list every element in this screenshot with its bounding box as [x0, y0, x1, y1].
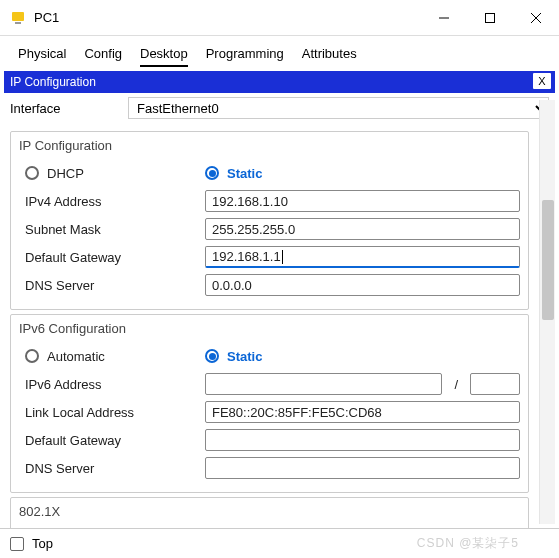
close-button[interactable] [513, 0, 559, 35]
ipv4-address-input[interactable]: 192.168.1.10 [205, 190, 520, 212]
svg-rect-0 [12, 12, 24, 21]
window-controls [421, 0, 559, 35]
maximize-button[interactable] [467, 0, 513, 35]
interface-label: Interface [10, 101, 120, 116]
vertical-scrollbar[interactable] [539, 100, 555, 524]
link-local-input[interactable]: FE80::20C:85FF:FE5C:CD68 [205, 401, 520, 423]
ipconfig-header-text: IP Configuration [10, 75, 96, 89]
ipconfig-header: IP Configuration X [4, 71, 555, 93]
ipv4-address-label: IPv4 Address [19, 194, 199, 209]
interface-row: Interface FastEthernet0 [0, 93, 559, 123]
bottom-bar: Top [0, 528, 559, 558]
link-local-label: Link Local Address [19, 405, 199, 420]
dot1x-title: 802.1X [19, 504, 520, 519]
top-label: Top [32, 536, 53, 551]
ipv6-address-input[interactable] [205, 373, 442, 395]
tab-bar: Physical Config Desktop Programming Attr… [0, 36, 559, 71]
tab-physical[interactable]: Physical [18, 46, 66, 67]
minimize-button[interactable] [421, 0, 467, 35]
ipv6-title: IPv6 Configuration [19, 321, 520, 336]
titlebar: PC1 [0, 0, 559, 36]
tab-programming[interactable]: Programming [206, 46, 284, 67]
ipconfig-title: IP Configuration [19, 138, 520, 153]
ipv6-prefix-input[interactable] [470, 373, 520, 395]
ipv6-static-label: Static [227, 349, 262, 364]
ipv6-automatic-radio[interactable] [25, 349, 39, 363]
subnet-mask-input[interactable]: 255.255.255.0 [205, 218, 520, 240]
ipv6-dns-input[interactable] [205, 457, 520, 479]
content-panel: IP Configuration DHCP Static IPv4 Addres… [0, 123, 539, 558]
ipv6-dns-label: DNS Server [19, 461, 199, 476]
default-gateway-input[interactable]: 192.168.1.1 [205, 246, 520, 268]
window-title: PC1 [34, 10, 421, 25]
ipv6-prefix-separator: / [448, 377, 464, 392]
top-checkbox[interactable] [10, 537, 24, 551]
tab-config[interactable]: Config [84, 46, 122, 67]
dhcp-radio[interactable] [25, 166, 39, 180]
svg-rect-1 [15, 22, 21, 24]
ipv6-address-label: IPv6 Address [19, 377, 199, 392]
dns-server-input[interactable]: 0.0.0.0 [205, 274, 520, 296]
ipv6-static-radio[interactable] [205, 349, 219, 363]
default-gateway-label: Default Gateway [19, 250, 199, 265]
scrollbar-thumb[interactable] [542, 200, 554, 320]
ipv6-gateway-input[interactable] [205, 429, 520, 451]
ipv6-configuration-group: IPv6 Configuration Automatic Static IPv6… [10, 314, 529, 493]
app-icon [10, 10, 26, 26]
static-radio[interactable] [205, 166, 219, 180]
svg-rect-3 [486, 13, 495, 22]
ipv6-gateway-label: Default Gateway [19, 433, 199, 448]
tab-desktop[interactable]: Desktop [140, 46, 188, 67]
ip-configuration-group: IP Configuration DHCP Static IPv4 Addres… [10, 131, 529, 310]
dhcp-radio-label: DHCP [47, 166, 84, 181]
subnet-mask-label: Subnet Mask [19, 222, 199, 237]
dns-server-label: DNS Server [19, 278, 199, 293]
ipv6-automatic-label: Automatic [47, 349, 105, 364]
static-radio-label: Static [227, 166, 262, 181]
tab-attributes[interactable]: Attributes [302, 46, 357, 67]
ipconfig-close-button[interactable]: X [533, 73, 551, 89]
interface-select[interactable]: FastEthernet0 [128, 97, 549, 119]
